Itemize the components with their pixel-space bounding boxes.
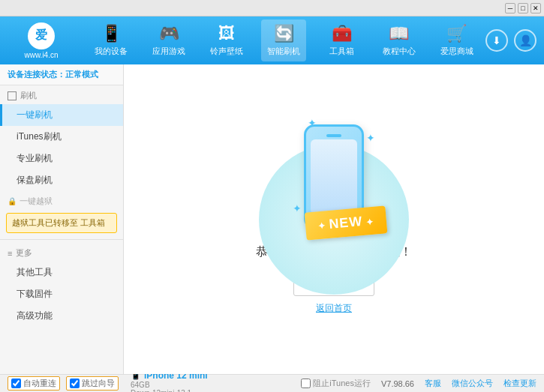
titlebar: ─ □ ✕ xyxy=(0,0,544,16)
apps-icon: 🎮 xyxy=(159,24,179,43)
main-area: 设备连接状态：正常模式 刷机 一键刷机 iTunes刷机 专业刷机 保盘刷机 🔒… xyxy=(0,64,544,374)
status-value: 正常模式 xyxy=(65,70,98,79)
phone-illustration: ✦ ✦ ✦ NEW xyxy=(304,124,364,229)
wallpaper-icon: 🖼 xyxy=(218,24,235,43)
sidebar-item-one-click-flash[interactable]: 一键刷机 xyxy=(0,104,123,126)
sidebar-item-download-firmware[interactable]: 下载固件 xyxy=(0,283,123,305)
sidebar-item-other-tools[interactable]: 其他工具 xyxy=(0,262,123,283)
lock-icon: 🔒 xyxy=(8,197,17,205)
nav-store[interactable]: 🛒 爱思商城 xyxy=(434,19,479,61)
nav-tutorial[interactable]: 📖 教程中心 xyxy=(377,19,422,61)
nav-items: 📱 我的设备 🎮 应用游戏 🖼 铃声壁纸 🔄 智能刷机 🧰 工具箱 📖 教程中心… xyxy=(83,19,485,61)
nav-store-label: 爱思商城 xyxy=(440,46,473,57)
flash-section-icon xyxy=(8,91,17,100)
content-area: ✦ ✦ ✦ NEW 恭喜您，保资料刷机成功啦！ 确定 返回首页 xyxy=(124,64,544,374)
minimize-button[interactable]: ─ xyxy=(505,3,515,13)
nav-smart-flash-label: 智能刷机 xyxy=(267,46,300,57)
sidebar-more-title: ≡ 更多 xyxy=(0,243,123,262)
version-info: V7.98.66 xyxy=(381,379,414,388)
more-section-icon: ≡ xyxy=(8,249,12,258)
store-icon: 🛒 xyxy=(446,24,467,43)
wechat-link[interactable]: 微信公众号 xyxy=(452,378,493,389)
sidebar-divider xyxy=(0,239,123,240)
nav-tutorial-label: 教程中心 xyxy=(383,46,416,57)
status-prefix: 设备连接状态： xyxy=(8,70,65,79)
device-version: Down-12mini-13,1 xyxy=(131,389,208,393)
sparkle-1: ✦ xyxy=(308,117,317,129)
sidebar-status: 设备连接状态：正常模式 xyxy=(0,64,123,85)
sidebar-item-advanced[interactable]: 高级功能 xyxy=(0,305,123,327)
sidebar-item-itunes-flash[interactable]: iTunes刷机 xyxy=(0,126,123,148)
download-button[interactable]: ⬇ xyxy=(485,29,508,52)
nav-apps-label: 应用游戏 xyxy=(152,46,185,57)
jailbreak-section-label: 一键越狱 xyxy=(20,196,53,207)
customer-service-link[interactable]: 客服 xyxy=(425,378,441,389)
skip-wizard-label: 跳过向导 xyxy=(82,378,115,389)
auto-connect-input[interactable] xyxy=(11,379,21,388)
stop-itunes[interactable]: 阻止iTunes运行 xyxy=(301,378,371,389)
bottombar: 自动重连 跳过向导 📱 iPhone 12 mini 64GB Down-12m… xyxy=(0,374,544,392)
back-home-link[interactable]: 返回首页 xyxy=(316,302,352,315)
phone-speaker xyxy=(326,134,341,137)
nav-my-device[interactable]: 📱 我的设备 xyxy=(89,19,134,61)
bottom-right: 阻止iTunes运行 V7.98.66 客服 微信公众号 检查更新 xyxy=(301,378,536,389)
my-device-icon: 📱 xyxy=(101,24,122,43)
auto-connect-label: 自动重连 xyxy=(23,378,56,389)
sidebar-flash-title: 刷机 xyxy=(0,85,123,104)
check-update-link[interactable]: 检查更新 xyxy=(503,378,536,389)
toolbox-icon: 🧰 xyxy=(332,24,352,43)
tutorial-icon: 📖 xyxy=(389,24,409,43)
device-storage: 64GB xyxy=(131,381,208,389)
nav-my-device-label: 我的设备 xyxy=(95,46,128,57)
nav-wallpaper[interactable]: 🖼 铃声壁纸 xyxy=(204,19,249,61)
nav-smart-flash[interactable]: 🔄 智能刷机 xyxy=(261,19,306,61)
nav-apps[interactable]: 🎮 应用游戏 xyxy=(146,19,191,61)
logo[interactable]: 爱 www.i4.cn xyxy=(8,22,75,59)
smart-flash-icon: 🔄 xyxy=(274,24,294,43)
flash-section-label: 刷机 xyxy=(20,90,37,101)
sidebar-jailbreak-title: 🔒 一键越狱 xyxy=(0,191,123,210)
sidebar-item-save-flash[interactable]: 保盘刷机 xyxy=(0,169,123,191)
nav-right: ⬇ 👤 xyxy=(485,29,536,52)
sidebar: 设备连接状态：正常模式 刷机 一键刷机 iTunes刷机 专业刷机 保盘刷机 🔒… xyxy=(0,64,124,374)
skip-wizard-checkbox[interactable]: 跳过向导 xyxy=(66,376,119,391)
nav-toolbox-label: 工具箱 xyxy=(329,46,354,57)
logo-url: www.i4.cn xyxy=(24,51,58,59)
skip-wizard-input[interactable] xyxy=(70,379,80,388)
auto-connect-checkbox[interactable]: 自动重连 xyxy=(8,376,60,391)
topnav: 爱 www.i4.cn 📱 我的设备 🎮 应用游戏 🖼 铃声壁纸 🔄 智能刷机 … xyxy=(0,16,544,64)
nav-toolbox[interactable]: 🧰 工具箱 xyxy=(319,19,364,61)
nav-wallpaper-label: 铃声壁纸 xyxy=(210,46,243,57)
logo-icon: 爱 xyxy=(28,22,55,49)
stop-itunes-checkbox[interactable] xyxy=(301,379,311,388)
sidebar-jailbreak-warning: 越狱工具已转移至 工具箱 xyxy=(6,213,117,233)
sparkle-2: ✦ xyxy=(366,132,375,144)
phone-screen xyxy=(311,139,357,214)
sidebar-item-pro-flash[interactable]: 专业刷机 xyxy=(0,148,123,169)
close-button[interactable]: ✕ xyxy=(530,3,541,13)
maximize-button[interactable]: □ xyxy=(518,3,528,13)
stop-itunes-label: 阻止iTunes运行 xyxy=(313,378,371,389)
sparkle-3: ✦ xyxy=(293,202,302,214)
more-section-label: 更多 xyxy=(16,247,32,259)
user-button[interactable]: 👤 xyxy=(514,29,536,52)
